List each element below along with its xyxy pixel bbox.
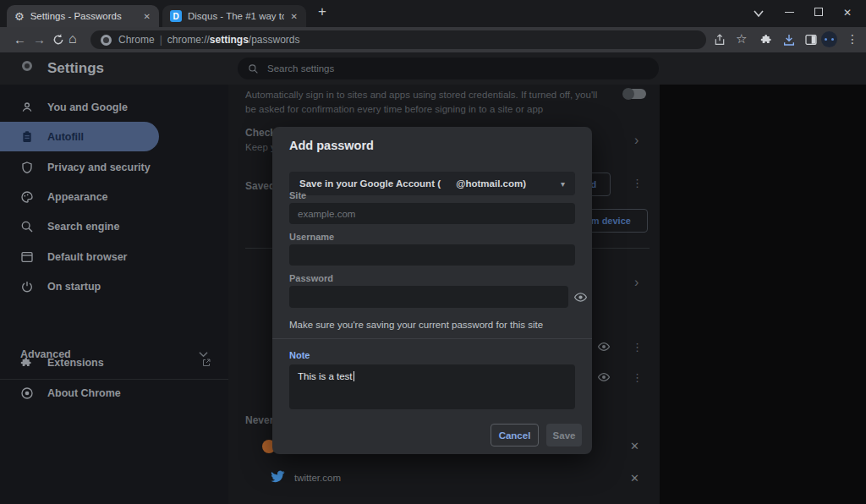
auto-signin-toggle[interactable] [624,89,646,99]
chevron-right-icon[interactable]: › [634,134,639,147]
close-window-icon[interactable]: ✕ [843,7,852,19]
site-input[interactable] [289,203,575,224]
dialog-title: Add password [289,139,374,152]
sidebar-item-search-engine[interactable]: Search engine [0,211,228,241]
more-options-icon[interactable]: ⋮ [632,371,643,384]
gear-icon: ⚙ [14,11,25,22]
home-icon[interactable]: ⌂ [69,32,77,46]
password-label: Password [289,273,333,283]
more-options-icon[interactable]: ⋮ [632,177,643,189]
username-label: Username [289,232,334,242]
more-options-icon[interactable]: ⋮ [632,341,643,353]
disqus-icon: D [170,10,182,22]
sidebar-item-about-chrome[interactable]: About Chrome [0,378,228,408]
shield-icon [20,161,34,174]
sidebar-item-autofill[interactable]: Autofill [0,122,159,151]
auto-signin-description: Automatically sign in to sites and apps … [245,88,609,117]
download-icon[interactable] [782,33,796,47]
chrome-page-icon [101,35,112,46]
star-icon[interactable]: ☆ [736,31,747,47]
forward-icon[interactable]: → [33,33,46,46]
menu-icon[interactable]: ⋮ [847,32,858,46]
text-caret [354,371,354,381]
save-button[interactable]: Save [546,424,582,446]
browser-toolbar: ← → ⌂ Chrome|chrome://settings/passwords… [0,27,866,52]
search-input[interactable]: Search settings [238,58,659,79]
tab-title: Disqus - The #1 way to build an a [188,11,284,21]
person-icon [20,101,34,114]
remove-icon[interactable]: ✕ [630,440,639,452]
tab-title: Settings - Passwords [30,11,137,21]
close-icon[interactable]: ✕ [143,12,151,21]
page-title: Settings [47,60,104,77]
close-icon[interactable]: ✕ [290,12,299,21]
browser-icon [20,250,34,264]
eye-icon[interactable] [597,370,611,384]
autofill-icon [20,130,34,144]
search-placeholder: Search settings [267,63,334,74]
dropdown-caret-icon: ▾ [561,179,565,189]
external-link-icon [201,358,211,368]
eye-icon[interactable] [597,340,611,353]
note-text: This is a test [298,371,353,381]
show-password-eye-icon[interactable] [573,290,588,304]
address-bar[interactable]: Chrome|chrome://settings/passwords [90,30,706,49]
helper-text: Make sure you're saving your current pas… [289,320,543,330]
sidebar-item-appearance[interactable]: Appearance [0,182,228,211]
password-input[interactable] [289,286,568,308]
chrome-icon [22,61,32,71]
account-select[interactable]: Save in your Google Account ( @hotmail.c… [289,172,575,195]
twitter-icon [271,470,285,483]
cancel-button[interactable]: Cancel [491,424,539,446]
tab-disqus[interactable]: D Disqus - The #1 way to build an a ✕ [162,5,306,27]
avatar[interactable] [821,31,837,47]
new-tab-button[interactable]: + [318,3,326,20]
side-panel-icon[interactable] [804,33,818,47]
site-url: twitter.com [294,473,341,483]
sidebar-item-extensions[interactable]: Extensions [0,348,228,377]
url-text: Chrome|chrome://settings/passwords [118,34,300,46]
sidebar-item-on-startup[interactable]: On startup [0,271,228,301]
extensions-icon[interactable] [760,33,774,47]
sidebar-item-privacy[interactable]: Privacy and security [0,152,228,182]
back-icon[interactable]: ← [14,33,26,46]
chevron-right-icon[interactable]: › [634,276,639,289]
site-label: Site [289,190,306,200]
minimize-icon[interactable] [785,12,794,13]
sidebar-item-default-browser[interactable]: Default browser [0,242,228,271]
appearance-icon [20,190,34,204]
dialog-divider [272,338,592,339]
search-icon [248,63,259,74]
tab-settings[interactable]: ⚙ Settings - Passwords ✕ [7,5,159,27]
note-label: Note [289,350,310,360]
sidebar-item-you-and-google[interactable]: You and Google [0,92,228,122]
tab-strip: ⚙ Settings - Passwords ✕ D Disqus - The … [0,0,866,27]
chrome-icon [20,386,34,400]
username-input[interactable] [289,244,575,266]
settings-page: Settings Search settings You and Google [0,52,866,504]
browser-window: ⚙ Settings - Passwords ✕ D Disqus - The … [0,0,866,504]
power-icon [20,280,34,293]
add-password-dialog: Add password Save in your Google Account… [272,127,592,454]
maximize-icon[interactable] [814,8,823,16]
search-icon [20,220,34,233]
note-textarea[interactable]: This is a test [289,364,575,409]
reload-icon[interactable] [52,33,65,47]
sidebar: You and Google Autofill Privacy and secu… [0,85,228,504]
remove-icon[interactable]: ✕ [630,472,639,485]
chevron-down-icon[interactable] [753,9,765,18]
puzzle-icon [20,356,34,370]
share-icon[interactable] [713,33,726,47]
settings-header: Settings Search settings [0,52,866,85]
